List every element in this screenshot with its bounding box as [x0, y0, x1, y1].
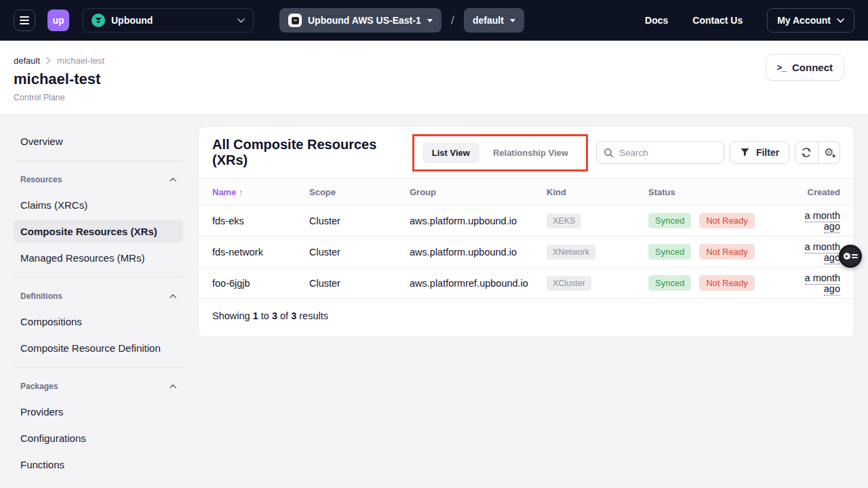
sidebar-item-xrd[interactable]: Composite Resource Definition	[14, 336, 183, 359]
synced-badge: Synced	[648, 213, 691, 228]
contact-us-link[interactable]: Contact Us	[692, 15, 743, 26]
refresh-controls: ⚙	[795, 141, 840, 164]
cell-created: a month ago	[787, 210, 840, 232]
terminal-icon: >_	[777, 62, 786, 73]
column-header-name[interactable]: Name ↑	[212, 187, 309, 197]
sidebar-item-functions[interactable]: Functions	[14, 453, 183, 476]
top-navbar: up Upbound Upbound AWS US-East-1 / defau…	[0, 0, 868, 41]
cell-scope: Cluster	[309, 278, 410, 289]
funnel-icon	[740, 148, 750, 157]
cell-kind: XEKS	[547, 214, 648, 228]
search-icon	[604, 148, 614, 158]
sidebar-item-configurations[interactable]: Configurations	[14, 426, 183, 449]
results-summary: Showing 1 to 3 of 3 results	[199, 299, 854, 336]
my-account-button[interactable]: My Account	[767, 8, 854, 33]
sidebar-section-resources[interactable]: Resources	[14, 169, 183, 190]
chevron-up-icon	[170, 384, 176, 388]
column-header-group[interactable]: Group	[410, 187, 547, 197]
cell-status: Synced Not Ready	[648, 244, 787, 260]
space-selector-button[interactable]: Upbound AWS US-East-1	[279, 8, 441, 33]
sidebar-item-claims[interactable]: Claims (XRCs)	[14, 193, 183, 216]
cell-kind: XNetwork	[547, 245, 648, 260]
created-tooltip-text: a month ago	[805, 241, 840, 264]
org-switcher-dropdown[interactable]: Upbound	[83, 8, 254, 33]
breadcrumb-group-link[interactable]: default	[14, 56, 40, 66]
list-view-toggle[interactable]: List View	[422, 142, 479, 163]
result-to: 3	[272, 310, 277, 321]
kind-badge: XCluster	[547, 276, 591, 291]
cell-group: aws.platform.upbound.io	[410, 216, 547, 226]
table-header: Name ↑ Scope Group Kind Status Created	[199, 178, 854, 205]
sidebar: Overview Resources Claims (XRCs) Composi…	[14, 126, 183, 479]
sidebar-item-overview[interactable]: Overview	[14, 129, 183, 152]
created-tooltip-text: a month ago	[805, 272, 840, 296]
cell-name: fds-network	[212, 247, 309, 258]
cell-created: a month ago	[787, 272, 840, 294]
cell-group: aws.platform.upbound.io	[410, 247, 547, 258]
filter-button-label: Filter	[756, 147, 779, 158]
docs-link[interactable]: Docs	[645, 15, 668, 26]
not-ready-badge: Not Ready	[699, 244, 754, 260]
column-header-created[interactable]: Created	[787, 187, 840, 197]
sidebar-section-label: Packages	[20, 382, 58, 391]
page-title: michael-test	[14, 70, 854, 88]
table-row[interactable]: fds-network Cluster aws.platform.upbound…	[199, 237, 854, 268]
result-from: 1	[253, 310, 258, 321]
sidebar-item-compositions[interactable]: Compositions	[14, 310, 183, 333]
cell-kind: XCluster	[547, 276, 648, 291]
path-separator: /	[451, 13, 454, 28]
sidebar-section-label: Definitions	[20, 291, 62, 301]
page-header: default michael-test michael-test Contro…	[0, 41, 868, 115]
divider	[14, 277, 183, 278]
upbound-logo[interactable]: up	[47, 9, 69, 31]
sidebar-item-composite-resources[interactable]: Composite Resources (XRs)	[14, 220, 183, 243]
auto-refresh-settings-button[interactable]: ⚙	[818, 142, 840, 163]
cell-created: a month ago	[787, 241, 840, 263]
group-selector-label: default	[473, 15, 504, 26]
feedback-widget-icon	[844, 253, 850, 260]
cell-scope: Cluster	[309, 216, 410, 226]
caret-down-icon	[510, 19, 515, 22]
cell-status: Synced Not Ready	[648, 275, 787, 291]
breadcrumb-chevron-icon	[46, 57, 51, 64]
result-total: 3	[291, 310, 296, 321]
table-row[interactable]: fds-eks Cluster aws.platform.upbound.io …	[199, 205, 854, 237]
cell-status: Synced Not Ready	[648, 213, 787, 228]
search-input[interactable]	[619, 148, 717, 158]
my-account-label: My Account	[777, 15, 831, 26]
chevron-up-icon	[170, 178, 176, 182]
sidebar-section-packages[interactable]: Packages	[14, 376, 183, 396]
connect-button[interactable]: >_ Connect	[766, 54, 844, 81]
sidebar-item-managed-resources[interactable]: Managed Resources (MRs)	[14, 246, 183, 269]
refresh-button[interactable]	[795, 142, 817, 163]
created-tooltip-text: a month ago	[805, 210, 840, 233]
divider	[14, 367, 183, 368]
synced-badge: Synced	[648, 275, 691, 291]
caret-down-icon	[427, 19, 433, 22]
divider	[14, 161, 183, 161]
page-subtitle: Control Plane	[14, 93, 854, 102]
chevron-up-icon	[170, 294, 176, 298]
column-header-status[interactable]: Status	[648, 187, 787, 197]
feedback-widget-lines-icon	[852, 252, 858, 260]
column-header-scope[interactable]: Scope	[309, 187, 410, 197]
breadcrumb: default michael-test	[14, 56, 854, 66]
feedback-widget-button[interactable]	[839, 245, 862, 268]
relationship-view-toggle[interactable]: Relationship View	[484, 142, 578, 163]
filter-button[interactable]: Filter	[730, 141, 789, 164]
main-panel: All Composite Resources (XRs) List View …	[198, 126, 854, 337]
group-selector-button[interactable]: default	[464, 8, 524, 33]
sort-ascending-icon: ↑	[239, 187, 243, 197]
synced-badge: Synced	[648, 244, 691, 260]
space-selector-label: Upbound AWS US-East-1	[308, 15, 421, 26]
column-header-kind[interactable]: Kind	[547, 187, 648, 197]
cell-scope: Cluster	[309, 247, 410, 258]
play-icon	[833, 154, 836, 158]
org-avatar-icon	[92, 14, 105, 27]
hamburger-menu-button[interactable]	[14, 9, 35, 31]
cell-group: aws.platformref.upbound.io	[410, 278, 547, 289]
sidebar-section-definitions[interactable]: Definitions	[14, 286, 183, 306]
search-box	[596, 141, 724, 164]
sidebar-item-providers[interactable]: Providers	[14, 400, 183, 423]
table-row[interactable]: foo-6jgjb Cluster aws.platformref.upboun…	[199, 268, 854, 299]
